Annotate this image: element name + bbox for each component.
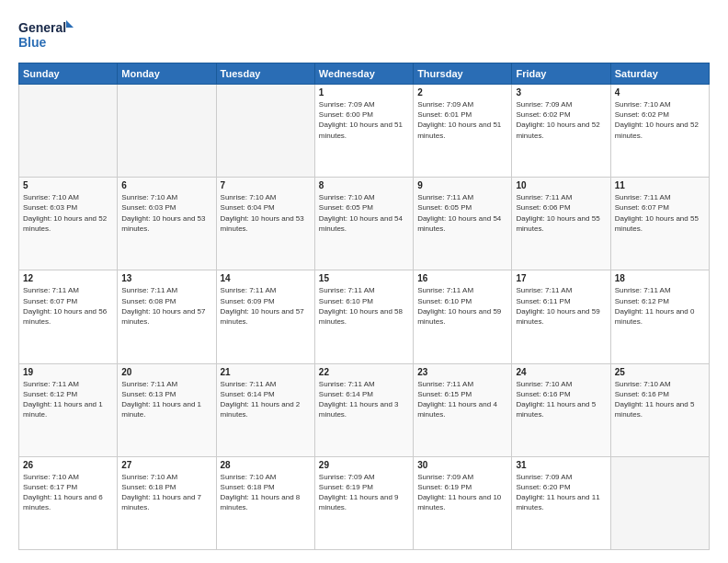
calendar-day-cell: 2Sunrise: 7:09 AMSunset: 6:01 PMDaylight…	[414, 85, 512, 178]
day-number: 8	[319, 180, 409, 190]
svg-text:Blue: Blue	[18, 35, 47, 50]
day-number: 2	[417, 87, 507, 98]
day-info: Sunrise: 7:11 AMSunset: 6:12 PMDaylight:…	[23, 379, 113, 420]
page: General Blue SundayMondayTuesdayWednesda…	[0, 0, 728, 563]
calendar-day-cell: 6Sunrise: 7:10 AMSunset: 6:03 PMDaylight…	[118, 178, 216, 270]
calendar-day-cell	[610, 456, 709, 549]
calendar-day-cell: 22Sunrise: 7:11 AMSunset: 6:14 PMDayligh…	[314, 363, 413, 456]
day-info: Sunrise: 7:11 AMSunset: 6:07 PMDaylight:…	[615, 192, 705, 234]
day-info: Sunrise: 7:10 AMSunset: 6:16 PMDaylight:…	[615, 379, 705, 420]
calendar-day-header: Thursday	[414, 63, 512, 85]
calendar-day-cell: 3Sunrise: 7:09 AMSunset: 6:02 PMDaylight…	[512, 85, 610, 178]
calendar-day-cell: 16Sunrise: 7:11 AMSunset: 6:10 PMDayligh…	[414, 270, 512, 363]
day-info: Sunrise: 7:10 AMSunset: 6:02 PMDaylight:…	[615, 99, 705, 141]
calendar-day-header: Tuesday	[216, 63, 314, 85]
day-number: 1	[319, 87, 409, 98]
day-number: 3	[516, 87, 606, 98]
day-number: 10	[516, 180, 606, 190]
calendar-day-cell: 24Sunrise: 7:10 AMSunset: 6:16 PMDayligh…	[512, 363, 610, 456]
day-number: 22	[319, 367, 409, 377]
day-info: Sunrise: 7:09 AMSunset: 6:19 PMDaylight:…	[319, 472, 409, 513]
day-number: 5	[23, 180, 113, 190]
calendar-day-cell: 1Sunrise: 7:09 AMSunset: 6:00 PMDaylight…	[314, 85, 413, 178]
day-number: 7	[221, 180, 311, 190]
day-number: 26	[23, 460, 113, 470]
calendar-day-cell: 20Sunrise: 7:11 AMSunset: 6:13 PMDayligh…	[118, 363, 216, 456]
day-info: Sunrise: 7:10 AMSunset: 6:04 PMDaylight:…	[221, 192, 311, 234]
calendar-week-row: 1Sunrise: 7:09 AMSunset: 6:00 PMDaylight…	[19, 85, 710, 178]
day-info: Sunrise: 7:10 AMSunset: 6:18 PMDaylight:…	[121, 472, 211, 513]
calendar-day-cell: 18Sunrise: 7:11 AMSunset: 6:12 PMDayligh…	[610, 270, 709, 363]
day-number: 24	[516, 367, 606, 377]
svg-text:General: General	[18, 20, 66, 35]
calendar-day-cell: 7Sunrise: 7:10 AMSunset: 6:04 PMDaylight…	[216, 178, 314, 270]
day-info: Sunrise: 7:11 AMSunset: 6:11 PMDaylight:…	[516, 285, 606, 327]
calendar-week-row: 19Sunrise: 7:11 AMSunset: 6:12 PMDayligh…	[19, 363, 710, 456]
day-info: Sunrise: 7:10 AMSunset: 6:05 PMDaylight:…	[319, 192, 409, 234]
calendar-day-cell: 9Sunrise: 7:11 AMSunset: 6:05 PMDaylight…	[414, 178, 512, 270]
day-info: Sunrise: 7:11 AMSunset: 6:10 PMDaylight:…	[319, 285, 409, 327]
day-info: Sunrise: 7:11 AMSunset: 6:08 PMDaylight:…	[121, 285, 211, 327]
day-number: 15	[319, 273, 409, 283]
day-number: 21	[221, 367, 311, 377]
calendar-day-cell: 27Sunrise: 7:10 AMSunset: 6:18 PMDayligh…	[118, 456, 216, 549]
calendar-day-cell	[19, 85, 118, 178]
day-number: 31	[516, 460, 606, 470]
day-info: Sunrise: 7:09 AMSunset: 6:01 PMDaylight:…	[417, 99, 507, 141]
day-number: 13	[121, 273, 211, 283]
day-info: Sunrise: 7:11 AMSunset: 6:05 PMDaylight:…	[417, 192, 507, 234]
calendar-day-cell: 15Sunrise: 7:11 AMSunset: 6:10 PMDayligh…	[314, 270, 413, 363]
day-number: 19	[23, 367, 113, 377]
calendar-day-cell: 5Sunrise: 7:10 AMSunset: 6:03 PMDaylight…	[19, 178, 118, 270]
calendar-day-header: Sunday	[19, 63, 118, 85]
day-info: Sunrise: 7:11 AMSunset: 6:06 PMDaylight:…	[516, 192, 606, 234]
day-info: Sunrise: 7:10 AMSunset: 6:16 PMDaylight:…	[516, 379, 606, 420]
day-number: 17	[516, 273, 606, 283]
day-number: 28	[221, 460, 311, 470]
day-number: 29	[319, 460, 409, 470]
day-number: 23	[417, 367, 507, 377]
day-info: Sunrise: 7:11 AMSunset: 6:12 PMDaylight:…	[615, 285, 705, 327]
day-number: 20	[121, 367, 211, 377]
calendar-week-row: 5Sunrise: 7:10 AMSunset: 6:03 PMDaylight…	[19, 178, 710, 270]
day-number: 12	[23, 273, 113, 283]
calendar-day-cell: 25Sunrise: 7:10 AMSunset: 6:16 PMDayligh…	[610, 363, 709, 456]
calendar-day-header: Friday	[512, 63, 610, 85]
calendar-day-cell: 26Sunrise: 7:10 AMSunset: 6:17 PMDayligh…	[19, 456, 118, 549]
day-number: 16	[417, 273, 507, 283]
header: General Blue	[18, 17, 710, 53]
calendar-day-cell: 28Sunrise: 7:10 AMSunset: 6:18 PMDayligh…	[216, 456, 314, 549]
calendar-week-row: 26Sunrise: 7:10 AMSunset: 6:17 PMDayligh…	[19, 456, 710, 549]
calendar-day-cell: 23Sunrise: 7:11 AMSunset: 6:15 PMDayligh…	[414, 363, 512, 456]
calendar-header-row: SundayMondayTuesdayWednesdayThursdayFrid…	[19, 63, 710, 85]
day-info: Sunrise: 7:09 AMSunset: 6:20 PMDaylight:…	[516, 472, 606, 513]
day-info: Sunrise: 7:11 AMSunset: 6:09 PMDaylight:…	[221, 285, 311, 327]
day-info: Sunrise: 7:10 AMSunset: 6:03 PMDaylight:…	[23, 192, 113, 234]
calendar-day-cell	[118, 85, 216, 178]
calendar-day-cell: 13Sunrise: 7:11 AMSunset: 6:08 PMDayligh…	[118, 270, 216, 363]
day-info: Sunrise: 7:11 AMSunset: 6:07 PMDaylight:…	[23, 285, 113, 327]
day-info: Sunrise: 7:11 AMSunset: 6:10 PMDaylight:…	[417, 285, 507, 327]
day-info: Sunrise: 7:11 AMSunset: 6:13 PMDaylight:…	[121, 379, 211, 420]
day-info: Sunrise: 7:10 AMSunset: 6:17 PMDaylight:…	[23, 472, 113, 513]
logo: General Blue	[18, 17, 74, 53]
day-info: Sunrise: 7:10 AMSunset: 6:03 PMDaylight:…	[121, 192, 211, 234]
calendar-day-cell: 30Sunrise: 7:09 AMSunset: 6:19 PMDayligh…	[414, 456, 512, 549]
calendar-week-row: 12Sunrise: 7:11 AMSunset: 6:07 PMDayligh…	[19, 270, 710, 363]
calendar-day-header: Wednesday	[314, 63, 413, 85]
calendar-table: SundayMondayTuesdayWednesdayThursdayFrid…	[18, 63, 710, 550]
calendar-day-cell: 11Sunrise: 7:11 AMSunset: 6:07 PMDayligh…	[610, 178, 709, 270]
day-number: 25	[615, 367, 705, 377]
day-info: Sunrise: 7:10 AMSunset: 6:18 PMDaylight:…	[221, 472, 311, 513]
day-number: 30	[417, 460, 507, 470]
calendar-day-cell: 14Sunrise: 7:11 AMSunset: 6:09 PMDayligh…	[216, 270, 314, 363]
calendar-day-cell: 21Sunrise: 7:11 AMSunset: 6:14 PMDayligh…	[216, 363, 314, 456]
calendar-day-header: Monday	[118, 63, 216, 85]
calendar-day-cell: 10Sunrise: 7:11 AMSunset: 6:06 PMDayligh…	[512, 178, 610, 270]
logo-icon: General Blue	[18, 17, 74, 53]
day-number: 9	[417, 180, 507, 190]
calendar-day-cell: 4Sunrise: 7:10 AMSunset: 6:02 PMDaylight…	[610, 85, 709, 178]
day-number: 14	[221, 273, 311, 283]
calendar-day-cell: 29Sunrise: 7:09 AMSunset: 6:19 PMDayligh…	[314, 456, 413, 549]
calendar-day-cell: 12Sunrise: 7:11 AMSunset: 6:07 PMDayligh…	[19, 270, 118, 363]
